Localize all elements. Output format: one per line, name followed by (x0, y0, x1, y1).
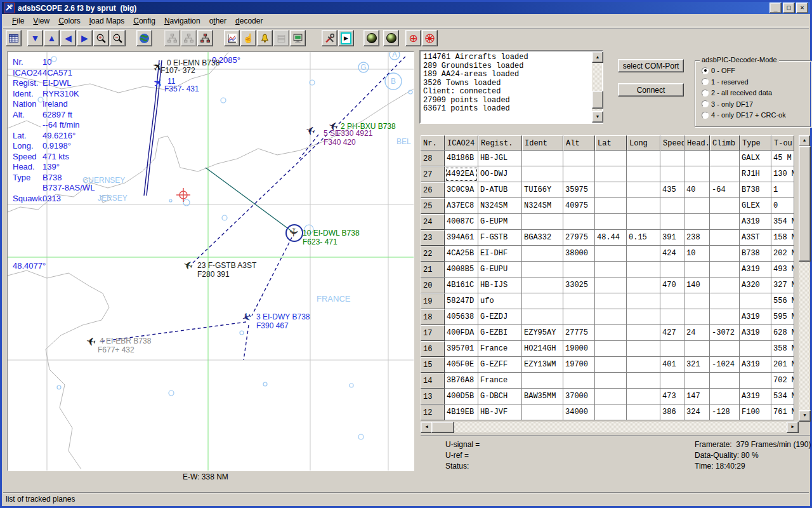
log-scroll-thumb[interactable] (592, 91, 603, 109)
pan-down-button[interactable]: ▼ (27, 30, 43, 46)
radio-icon[interactable] (702, 90, 709, 97)
table-row[interactable]: 2440087CG-EUPMA319354 M (421, 214, 809, 230)
network-red-button[interactable] (197, 30, 213, 46)
scroll-down-icon[interactable]: ▼ (592, 111, 603, 123)
crosshair-red-button[interactable]: ⊕ (405, 30, 421, 46)
table-row[interactable]: 13400D5BG-DBCHBAW35MM37000473147A319534 … (421, 389, 809, 404)
status-panel: U-signal =U-ref =Status: Framerate: 379 … (421, 435, 810, 484)
table-header-cell[interactable]: Alt (563, 135, 595, 150)
decoder-mode-option-0[interactable]: 0 - OFF (702, 67, 735, 74)
table-hscroll-thumb[interactable] (431, 422, 454, 433)
table-header-cell[interactable]: Type (740, 135, 771, 150)
table-vscrollbar[interactable]: ▲▼ (799, 135, 809, 422)
table-header-cell[interactable]: T-ou (771, 135, 794, 150)
log-scrollbar[interactable]: ▲ ▼ (592, 51, 602, 123)
table-row[interactable]: 23394A61F-GSTBBGA3322797548.440.15391238… (421, 230, 809, 246)
pan-up-button[interactable]: ▲ (44, 30, 60, 46)
table-header-cell[interactable]: Ident (522, 135, 563, 150)
menu-item-colors[interactable]: Colors (58, 15, 81, 27)
alarm-button[interactable] (257, 30, 273, 46)
scroll-up-icon[interactable]: ▲ (592, 51, 603, 63)
zoom-out-button[interactable] (110, 30, 126, 46)
decoder-mode-option-3[interactable]: 3 - only DF17 (702, 100, 753, 108)
table-row[interactable]: 124B19EBHB-JVF34000386324-128F100761 M (421, 404, 809, 420)
table-cell: HB-IJS (478, 277, 522, 293)
table-vscroll-thumb[interactable] (799, 146, 811, 262)
table-row[interactable]: 284B186BHB-JGLGALX45 M (421, 150, 809, 166)
hand-button[interactable]: ☝ (240, 30, 256, 46)
table-row[interactable]: 214008B5G-EUPUA319493 M (421, 262, 809, 277)
table-cell: 27 (421, 166, 445, 182)
zoom-out-icon (112, 33, 123, 44)
table-row[interactable]: 274492EAOO-DWJRJ1H130 M (421, 166, 809, 182)
table-header-cell[interactable]: Long (627, 135, 660, 150)
monitor-button[interactable] (290, 30, 306, 46)
menu-item-decoder[interactable]: decoder (235, 15, 263, 27)
table-row[interactable]: 224CA25BEI-DHF3800042410B738202 M (421, 246, 809, 262)
info-value: 4CA571 (43, 68, 72, 79)
pan-left-button[interactable]: ◀ (60, 30, 76, 46)
table-hscrollbar[interactable]: ◀▶ (421, 422, 799, 432)
radio-selected-icon[interactable] (702, 67, 709, 74)
radio-icon[interactable] (702, 112, 709, 119)
aircraft-icon[interactable]: ✈ (86, 335, 97, 347)
table-cell (627, 404, 660, 420)
info-label: Nr. (13, 57, 43, 68)
table-header-cell[interactable]: Lat (595, 135, 627, 150)
table-row[interactable]: 263C0C9AD-ATUBTUI66Y3597543540-64B7381 (421, 182, 809, 198)
table-header-cell[interactable]: Speed (660, 135, 684, 150)
globe-button[interactable] (136, 30, 152, 46)
table-row[interactable]: 25A37EC8N324SMN324SM40975GLEX0 (421, 198, 809, 214)
table-row[interactable]: 143B76A8France702 M (421, 373, 809, 389)
scroll-up-icon[interactable]: ▲ (799, 135, 810, 147)
aircraft-icon[interactable]: ✈ (287, 227, 299, 237)
network-red-icon (200, 33, 211, 44)
connect-button[interactable]: Connect (618, 83, 684, 97)
menu-item-file[interactable]: File (12, 15, 24, 27)
table-cell: HB-JVF (478, 404, 522, 420)
table-row[interactable]: 16395701FranceHO214GH19000358 M (421, 341, 809, 357)
menu-item-config[interactable]: Config (133, 15, 155, 27)
table-header-cell[interactable]: Regist. (478, 135, 522, 150)
table-cell: EZY13WM (522, 357, 563, 373)
pan-right-button[interactable]: ▶ (77, 30, 93, 46)
select-com-port-button[interactable]: select COM-Port (618, 59, 684, 72)
chart-button[interactable] (224, 30, 240, 46)
table-row[interactable]: 17400FDAG-EZBIEZY95AY2777542724-3072A319… (421, 325, 809, 341)
table-row[interactable]: 15405F0EG-EZFFEZY13WM19700401321-1024A31… (421, 357, 809, 373)
table-row[interactable]: 204B161CHB-IJS33025470140A320327 M (421, 277, 809, 293)
table-button[interactable] (6, 30, 22, 46)
menu-item-view[interactable]: View (33, 15, 49, 27)
led-1-button[interactable] (363, 30, 379, 46)
aircraft-label: 3 EI-DWY B738 (256, 313, 310, 321)
play-button[interactable]: ▶ (338, 30, 354, 46)
decoder-mode-option-4[interactable]: 4 - only DF17 + CRC-ok (702, 111, 786, 119)
scroll-right-icon[interactable]: ▶ (787, 422, 799, 433)
table-header-cell[interactable]: Climb (710, 135, 740, 150)
radio-icon[interactable] (702, 100, 709, 107)
menu-item-navigation[interactable]: Navigation (164, 15, 200, 27)
table-header-cell[interactable]: ICAO24 (445, 135, 478, 150)
table-row[interactable]: 1958247Dufo556 M (421, 293, 809, 309)
table-header-cell[interactable]: Nr. (421, 135, 445, 150)
scroll-down-icon[interactable]: ▼ (799, 410, 811, 422)
info-label: Speed (13, 152, 43, 163)
menu-item-other[interactable]: other (209, 15, 226, 27)
table-row[interactable]: 18405638G-EZDJA319595 M (421, 309, 809, 325)
led-2-button[interactable] (383, 30, 399, 46)
map-panel[interactable]: ABG0.2085°48.4077°GUERNSEYJERSEYFRANCEBE… (7, 51, 414, 471)
decoder-mode-option-2[interactable]: 2 - all received data (702, 89, 772, 97)
close-button[interactable]: ✕ (796, 3, 808, 13)
maximize-button[interactable]: □ (783, 3, 795, 13)
info-label: Nation (13, 99, 43, 110)
decoder-mode-option-1[interactable]: 1 - reserved (702, 78, 749, 86)
zoom-in-button[interactable] (93, 30, 109, 46)
menu-item-load-maps[interactable]: load Maps (89, 15, 124, 27)
wheel-red-button[interactable] (422, 30, 438, 46)
table-cell (595, 325, 627, 341)
tools-button[interactable] (322, 30, 337, 46)
radio-icon[interactable] (702, 78, 709, 85)
table-header-cell[interactable]: Head. (684, 135, 710, 150)
table-cell: 324 (684, 404, 710, 420)
minimize-button[interactable]: _ (769, 3, 782, 13)
